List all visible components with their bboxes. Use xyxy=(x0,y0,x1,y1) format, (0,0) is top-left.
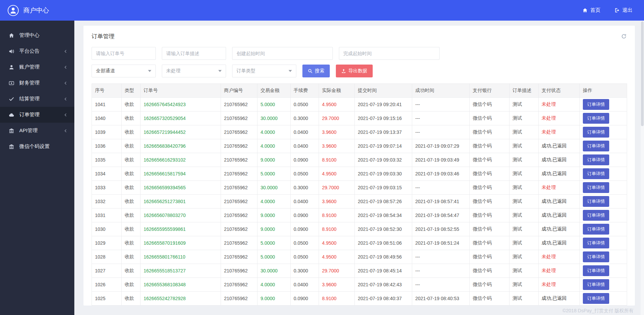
order-detail-button[interactable]: 订单详情 xyxy=(583,251,609,262)
cell-serial: 1035 xyxy=(92,153,122,167)
cell-amount: 9.0000 xyxy=(257,292,291,306)
sidebar: 管理中心 平台公告 账户管理 财务管理 结算管理 订单管理 xyxy=(0,21,74,315)
order-detail-button[interactable]: 订单详情 xyxy=(583,265,609,276)
cell-order-no: 1626657219944452 xyxy=(141,125,221,139)
brand[interactable]: 商户中心 xyxy=(7,5,49,16)
cell-submit-time: 2021-07-19 09:15:16 xyxy=(355,112,412,125)
copyright: ©2018 DsPay_打赏支付 版权所有 xyxy=(83,306,635,314)
column-header: 交易金额 xyxy=(257,84,291,98)
cell-serial: 1034 xyxy=(92,167,122,181)
cell-success-time: 2021-07-19 09:07:29 xyxy=(412,139,470,153)
cell-order-desc: 测试 xyxy=(510,195,539,209)
topnav-home[interactable]: 首页 xyxy=(583,7,600,14)
cell-actual-amount: 29.7000 xyxy=(319,264,355,278)
cell-order-no: 1626655518513727 xyxy=(141,264,221,278)
cell-merchant-no: 210765962 xyxy=(221,292,257,306)
table-header-row: 序号类型订单号商户编号交易金额手续费实际金额提交时间成功时间支付银行订单描述支付… xyxy=(92,84,627,98)
order-detail-button[interactable]: 订单详情 xyxy=(583,141,609,151)
order-detail-button[interactable]: 订单详情 xyxy=(583,182,609,193)
cell-type: 收款 xyxy=(122,181,141,195)
order-detail-button[interactable]: 订单详情 xyxy=(583,238,609,248)
table-row: 1028 收款 1626655801766110 210765962 5.000… xyxy=(92,250,627,264)
type-select[interactable]: 订单类型 xyxy=(232,65,296,77)
cell-submit-time: 2021-07-19 08:40:37 xyxy=(355,292,412,306)
cell-order-no: 1626655801766110 xyxy=(141,250,221,264)
cell-merchant-no: 210765962 xyxy=(221,222,257,236)
scrollbar[interactable] xyxy=(641,21,644,315)
sidebar-item-7[interactable]: API管理 xyxy=(0,123,74,139)
cell-serial: 1026 xyxy=(92,278,122,292)
cell-order-desc: 测试 xyxy=(510,250,539,264)
cell-pay-status: 未处理 xyxy=(539,250,580,264)
cell-pay-bank: 微信个码 xyxy=(470,181,510,195)
cell-submit-time: 2021-07-19 09:07:14 xyxy=(355,139,412,153)
order-detail-button[interactable]: 订单详情 xyxy=(583,279,609,290)
order-detail-button[interactable]: 订单详情 xyxy=(583,154,609,165)
chevron-left-icon xyxy=(64,49,68,53)
cell-pay-status: 未处理 xyxy=(539,125,580,139)
card-header: 订单管理 xyxy=(92,32,627,40)
sidebar-item-3[interactable]: 账户管理 xyxy=(0,59,74,75)
cell-pay-status: 成功,已返回 xyxy=(539,195,580,209)
api-bank-icon xyxy=(9,128,15,134)
order-detail-button[interactable]: 订单详情 xyxy=(583,99,609,110)
column-header: 商户编号 xyxy=(221,84,257,98)
cell-success-time: --- xyxy=(412,125,470,139)
cell-order-no: 1626656078803270 xyxy=(141,209,221,222)
cell-type: 收款 xyxy=(122,250,141,264)
order-detail-button[interactable]: 订单详情 xyxy=(583,113,609,124)
export-button[interactable]: 导出数据 xyxy=(336,65,373,77)
chevron-left-icon xyxy=(64,129,68,133)
cell-type: 收款 xyxy=(122,153,141,167)
cell-fee: 0.0900 xyxy=(291,209,319,222)
cell-action: 订单详情 xyxy=(580,167,627,181)
order-detail-button[interactable]: 订单详情 xyxy=(583,210,609,221)
sidebar-item-2[interactable]: 平台公告 xyxy=(0,43,74,59)
sidebar-item-6[interactable]: 订单管理 xyxy=(0,107,74,123)
order-desc-input[interactable] xyxy=(162,47,226,60)
cell-submit-time: 2021-07-19 09:03:15 xyxy=(355,181,412,195)
cell-pay-bank: 微信个码 xyxy=(470,250,510,264)
sidebar-item-5[interactable]: 结算管理 xyxy=(0,91,74,107)
table-row: 1032 收款 1626656251273801 210765962 4.000… xyxy=(92,195,627,209)
create-time-input[interactable] xyxy=(232,47,333,60)
cell-fee: 0.0900 xyxy=(291,292,319,306)
type-select-value: 订单类型 xyxy=(237,68,255,74)
status-select[interactable]: 未处理 xyxy=(162,65,226,77)
cell-order-no: 1626655870191609 xyxy=(141,236,221,250)
cell-fee: 0.0900 xyxy=(291,153,319,167)
order-detail-button[interactable]: 订单详情 xyxy=(583,293,609,304)
cell-pay-bank: 微信个码 xyxy=(470,98,510,112)
cell-merchant-no: 210765962 xyxy=(221,139,257,153)
cell-submit-time: 2021-07-19 09:20:41 xyxy=(355,98,412,112)
cell-fee: 0.0400 xyxy=(291,139,319,153)
scrollbar-thumb[interactable] xyxy=(641,21,644,126)
finish-time-input[interactable] xyxy=(339,47,440,60)
order-detail-button[interactable]: 订单详情 xyxy=(583,168,609,179)
table-row: 1031 收款 1626656078803270 210765962 9.000… xyxy=(92,209,627,222)
sidebar-item-4[interactable]: 财务管理 xyxy=(0,75,74,91)
cell-success-time: 2021-07-19 08:57:41 xyxy=(412,195,470,209)
column-header: 订单描述 xyxy=(510,84,539,98)
topnav-logout-label: 退出 xyxy=(622,7,633,14)
cell-actual-amount: 3.9600 xyxy=(319,139,355,153)
order-detail-button[interactable]: 订单详情 xyxy=(583,127,609,138)
column-header: 成功时间 xyxy=(412,84,470,98)
cell-actual-amount: 8.9100 xyxy=(319,153,355,167)
order-detail-button[interactable]: 订单详情 xyxy=(583,196,609,207)
cell-submit-time: 2021-07-19 09:03:32 xyxy=(355,153,412,167)
sidebar-item-8[interactable]: 微信个码设置 xyxy=(0,139,74,154)
order-no-input[interactable] xyxy=(92,47,156,60)
cell-actual-amount: 29.7000 xyxy=(319,112,355,125)
refresh-icon[interactable] xyxy=(621,33,627,39)
sidebar-item-1[interactable]: 管理中心 xyxy=(0,27,74,43)
status-select-value: 未处理 xyxy=(166,68,180,74)
table-row: 1036 收款 1626656838420796 210765962 4.000… xyxy=(92,139,627,153)
search-button[interactable]: 搜索 xyxy=(302,65,330,77)
channel-select[interactable]: 全部通道 xyxy=(92,65,156,77)
table-row: 1026 收款 1626655368108348 210765962 4.000… xyxy=(92,278,627,292)
chevron-down-icon xyxy=(289,70,292,72)
finance-card-icon xyxy=(9,80,15,86)
topnav-logout[interactable]: 退出 xyxy=(615,7,633,14)
order-detail-button[interactable]: 订单详情 xyxy=(583,224,609,235)
